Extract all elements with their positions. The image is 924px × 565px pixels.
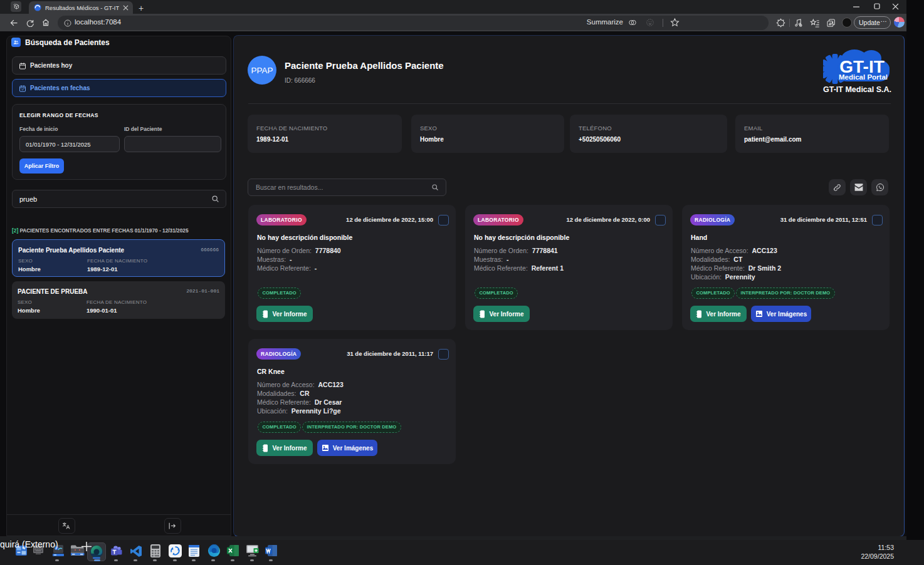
svg-text:Medical Portal: Medical Portal: [839, 73, 888, 81]
